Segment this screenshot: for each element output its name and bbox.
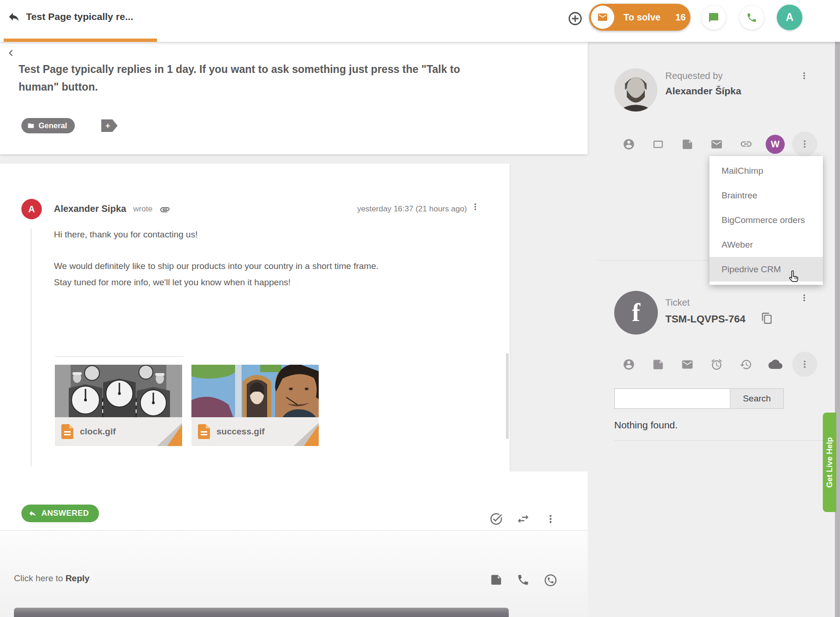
tab-title: Test Page typically re... xyxy=(26,11,133,22)
ticket-label: Ticket xyxy=(665,297,690,308)
ticket-code[interactable]: TSM-LQVPS-764 xyxy=(665,313,745,325)
search-input[interactable] xyxy=(614,388,730,409)
message-menu-button[interactable] xyxy=(470,202,480,212)
phone-button[interactable] xyxy=(740,6,764,30)
answered-status-button[interactable]: ANSWERED xyxy=(21,505,99,522)
ticket-row-more-button[interactable] xyxy=(790,351,819,377)
conversation-scrollbar[interactable] xyxy=(506,353,509,439)
menu-item-aweber[interactable]: AWeber xyxy=(709,232,823,257)
wordpress-integration-button[interactable]: W xyxy=(761,131,790,157)
resolve-button[interactable] xyxy=(489,512,503,526)
active-tab-indicator xyxy=(4,39,157,42)
kebab-icon xyxy=(470,202,480,212)
requester-name[interactable]: Alexander Šípka xyxy=(665,85,741,97)
content-divider xyxy=(55,356,184,357)
attachment-filebar: clock.gif xyxy=(55,417,182,446)
ticket-contact-button[interactable] xyxy=(614,351,643,377)
ticket-title: Test Page typically replies in 1 day. If… xyxy=(19,60,481,96)
note-icon xyxy=(490,573,503,586)
requester-menu-button[interactable] xyxy=(799,71,809,81)
requester-link-button[interactable] xyxy=(731,131,761,157)
search-button[interactable]: Search xyxy=(730,388,784,409)
ticket-mail-button[interactable] xyxy=(673,351,702,377)
menu-item-bigcommerce-orders[interactable]: BigCommerce orders xyxy=(709,208,823,232)
requester-contact-button[interactable] xyxy=(614,131,643,157)
menu-item-pipedrive-crm[interactable]: Pipedrive CRM xyxy=(709,257,823,282)
swap-horiz-icon xyxy=(516,512,530,526)
ticket-cloud-button[interactable] xyxy=(761,351,790,377)
reply-icon xyxy=(28,509,37,518)
ticket-source-avatar[interactable]: f xyxy=(614,291,658,335)
ticket-reminder-button[interactable] xyxy=(702,351,731,377)
schedule-call-button[interactable] xyxy=(544,573,558,587)
person-icon xyxy=(623,138,635,151)
link-icon xyxy=(740,138,753,151)
requester-card-button[interactable] xyxy=(643,131,673,157)
reply-prompt[interactable]: Click here to Reply xyxy=(14,573,90,584)
attachment-card[interactable]: clock.gif xyxy=(55,365,182,446)
sidebar-divider xyxy=(614,440,823,441)
mail-icon xyxy=(710,138,723,151)
kebab-icon xyxy=(545,513,557,525)
customer-avatar: A xyxy=(21,199,42,219)
requester-more-button[interactable] xyxy=(790,131,819,157)
fold-corner xyxy=(294,421,319,446)
attachment-card[interactable]: success.gif xyxy=(191,365,319,446)
note-icon xyxy=(652,358,664,371)
customer-initial: A xyxy=(28,204,35,215)
to-solve-count: 16 xyxy=(676,12,686,23)
wordpress-badge: W xyxy=(766,135,785,154)
tag-label: General xyxy=(39,121,67,130)
fold-corner xyxy=(157,421,182,446)
attachment-filebar: success.gif xyxy=(191,417,319,446)
ticket-tab[interactable]: Test Page typically re... xyxy=(7,10,133,23)
call-schedule-icon xyxy=(544,573,558,587)
mail-icon xyxy=(591,6,614,29)
note-button[interactable] xyxy=(490,573,503,586)
ticket-notes-button[interactable] xyxy=(643,351,673,377)
note-icon xyxy=(681,138,694,151)
reply-editor-edge[interactable] xyxy=(14,608,509,617)
folder-icon xyxy=(27,122,34,129)
copy-ticket-code-button[interactable] xyxy=(761,312,773,324)
menu-item-mailchimp[interactable]: MailChimp xyxy=(709,158,823,183)
chat-button[interactable] xyxy=(702,6,726,30)
ticket-more-button[interactable] xyxy=(545,513,557,525)
requester-notes-button[interactable] xyxy=(673,131,702,157)
thread-line xyxy=(31,229,32,466)
alarm-icon xyxy=(710,358,723,371)
attachment-thumbnail-clock xyxy=(55,365,182,417)
requester-mail-button[interactable] xyxy=(702,131,731,157)
menu-item-braintree[interactable]: Braintree xyxy=(709,183,823,208)
agent-initial: A xyxy=(786,11,794,24)
get-live-help-button[interactable]: Get Live Help xyxy=(823,413,836,512)
call-button[interactable] xyxy=(517,573,530,586)
message-paragraph: Stay tuned for more info, we'll let you … xyxy=(54,277,291,288)
to-solve-button[interactable]: To solve 16 xyxy=(589,4,690,31)
wordpress-letter: W xyxy=(771,139,780,150)
requester-icon-row: W xyxy=(614,131,819,157)
page-scrollbar[interactable] xyxy=(835,42,840,617)
cloud-icon xyxy=(768,357,782,371)
reply-prompt-prefix: Click here to xyxy=(14,573,66,583)
agent-avatar[interactable]: A xyxy=(777,5,802,30)
back-button[interactable] xyxy=(6,47,17,59)
topbar: Test Page typically re... To solve 16 A xyxy=(0,0,840,42)
history-icon xyxy=(740,358,752,371)
requested-by-label: Requested by xyxy=(665,71,722,81)
kebab-icon xyxy=(799,359,810,370)
phone-icon xyxy=(746,12,757,23)
message-timestamp: yesterday 16:37 (21 hours ago) xyxy=(346,204,467,214)
file-icon xyxy=(198,424,210,439)
ticket-menu-button[interactable] xyxy=(799,293,809,303)
transfer-button[interactable] xyxy=(516,512,530,526)
app: Test Page typically re... To solve 16 A … xyxy=(0,0,840,617)
message-author[interactable]: Alexander Sipka xyxy=(54,203,126,214)
ticket-history-button[interactable] xyxy=(731,351,761,377)
empty-result-text: Nothing found. xyxy=(614,420,678,431)
add-ticket-button[interactable] xyxy=(563,7,587,31)
to-solve-label: To solve xyxy=(623,12,661,23)
kebab-icon xyxy=(799,71,809,81)
tag-general[interactable]: General xyxy=(21,118,75,133)
requester-avatar[interactable] xyxy=(614,68,657,112)
